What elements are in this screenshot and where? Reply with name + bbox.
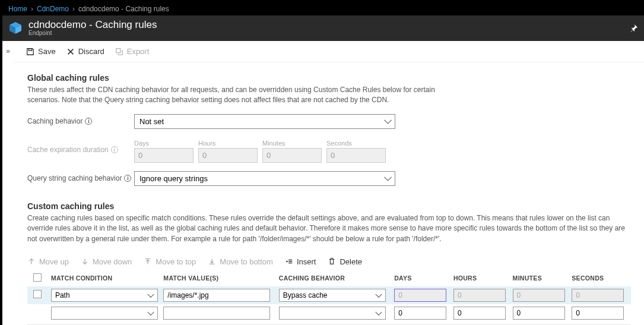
arrow-up-icon — [27, 257, 36, 266]
row-seconds-input — [572, 289, 624, 302]
discard-button[interactable]: Discard — [66, 47, 104, 56]
arrow-down-icon — [81, 257, 89, 266]
pin-icon[interactable] — [630, 24, 638, 32]
info-icon[interactable]: i — [124, 175, 131, 182]
row-seconds-input[interactable] — [572, 307, 624, 320]
query-string-select[interactable]: Ignore query strings — [134, 171, 395, 186]
export-label: Export — [127, 47, 150, 56]
header: cdndocdemo - Caching rules Endpoint — [2, 15, 644, 41]
custom-rules-heading: Custom caching rules — [27, 201, 631, 211]
insert-label: Insert — [297, 257, 316, 266]
match-values-input[interactable] — [163, 289, 270, 302]
insert-icon — [285, 257, 293, 266]
rules-table: MATCH CONDITION MATCH VALUE(S) CACHING B… — [27, 273, 631, 325]
col-hours: HOURS — [453, 274, 513, 282]
trash-icon — [328, 257, 336, 266]
save-icon — [26, 48, 34, 56]
duration-minutes-input — [262, 148, 322, 163]
arrow-top-icon — [144, 257, 152, 266]
table-header: MATCH CONDITION MATCH VALUE(S) CACHING B… — [27, 273, 631, 286]
svg-rect-3 — [28, 48, 31, 51]
row-caching-behavior-select[interactable]: Bypass cache — [279, 289, 386, 302]
endpoint-icon — [8, 21, 23, 35]
custom-rules-desc: Create caching rules based on specific m… — [27, 213, 631, 244]
info-icon[interactable]: i — [111, 146, 118, 153]
col-seconds: SECONDS — [572, 274, 631, 282]
arrow-bottom-icon — [208, 257, 216, 266]
discard-label: Discard — [78, 47, 104, 56]
row-hours-input — [453, 289, 506, 302]
discard-icon — [66, 48, 75, 56]
delete-button[interactable]: Delete — [328, 257, 362, 266]
col-days: DAYS — [394, 274, 453, 282]
table-row[interactable]: Path Bypass cache — [27, 286, 631, 304]
rules-toolbar: Move up Move down Move to top Move to bo… — [27, 257, 631, 266]
command-bar: Save Discard Export — [14, 41, 644, 62]
row-days-input[interactable] — [394, 307, 446, 320]
move-up-label: Move up — [39, 257, 69, 266]
caching-behavior-label: Caching behavior — [27, 117, 83, 125]
row-caching-behavior-select[interactable] — [279, 307, 386, 320]
move-down-button[interactable]: Move down — [81, 257, 132, 266]
row-days-input — [394, 289, 446, 302]
table-row[interactable] — [27, 304, 631, 322]
save-button[interactable]: Save — [26, 47, 56, 56]
breadcrumb-home[interactable]: Home — [8, 5, 27, 13]
move-bottom-button[interactable]: Move to bottom — [208, 257, 273, 266]
row-minutes-input[interactable] — [513, 307, 565, 320]
cache-duration-label: Cache expiration duration — [27, 146, 109, 154]
move-up-button[interactable]: Move up — [27, 257, 69, 266]
days-col-label: Days — [134, 140, 193, 147]
expand-chevron-icon[interactable]: » — [2, 41, 14, 325]
global-rules-heading: Global caching rules — [27, 73, 631, 83]
duration-days-input — [134, 148, 193, 163]
chevron-right-icon: › — [72, 5, 75, 13]
svg-point-5 — [286, 261, 288, 263]
export-button[interactable]: Export — [115, 47, 150, 56]
select-all-checkbox[interactable] — [33, 273, 42, 282]
breadcrumb: Home › CdnDemo › cdndocdemo - Caching ru… — [2, 2, 644, 15]
page-title: cdndocdemo - Caching rules — [28, 19, 157, 31]
export-icon — [115, 48, 123, 56]
col-match-condition: MATCH CONDITION — [51, 274, 163, 282]
col-match-values: MATCH VALUE(S) — [163, 274, 278, 282]
duration-hours-input — [198, 148, 258, 163]
minutes-col-label: Minutes — [262, 140, 322, 147]
main-content: Save Discard Export Global caching rules… — [14, 41, 644, 325]
match-condition-select[interactable]: Path — [51, 289, 158, 302]
chevron-right-icon: › — [31, 5, 33, 13]
breadcrumb-current: cdndocdemo - Caching rules — [78, 5, 169, 13]
page-subtitle: Endpoint — [28, 30, 157, 36]
move-down-label: Move down — [93, 257, 132, 266]
insert-button[interactable]: Insert — [285, 257, 316, 266]
row-minutes-input — [513, 289, 565, 302]
col-minutes: MINUTES — [513, 274, 572, 282]
row-checkbox[interactable] — [33, 290, 42, 298]
row-hours-input[interactable] — [453, 307, 506, 320]
hours-col-label: Hours — [198, 140, 258, 147]
match-condition-select[interactable] — [51, 307, 158, 320]
col-caching-behavior: CACHING BEHAVIOR — [279, 274, 394, 282]
seconds-col-label: Seconds — [326, 140, 386, 147]
move-top-button[interactable]: Move to top — [144, 257, 196, 266]
svg-rect-4 — [116, 48, 120, 52]
breadcrumb-profile[interactable]: CdnDemo — [37, 5, 69, 13]
global-rules-desc: These rules affect the CDN caching behav… — [27, 85, 455, 106]
delete-label: Delete — [340, 257, 362, 266]
caching-behavior-select[interactable]: Not set — [134, 114, 395, 129]
save-label: Save — [38, 47, 56, 56]
move-top-label: Move to top — [156, 257, 196, 266]
info-icon[interactable]: i — [85, 118, 92, 125]
move-bottom-label: Move to bottom — [220, 257, 273, 266]
query-string-label: Query string caching behavior — [27, 174, 122, 182]
duration-seconds-input — [326, 148, 386, 163]
match-values-input[interactable] — [163, 307, 270, 320]
